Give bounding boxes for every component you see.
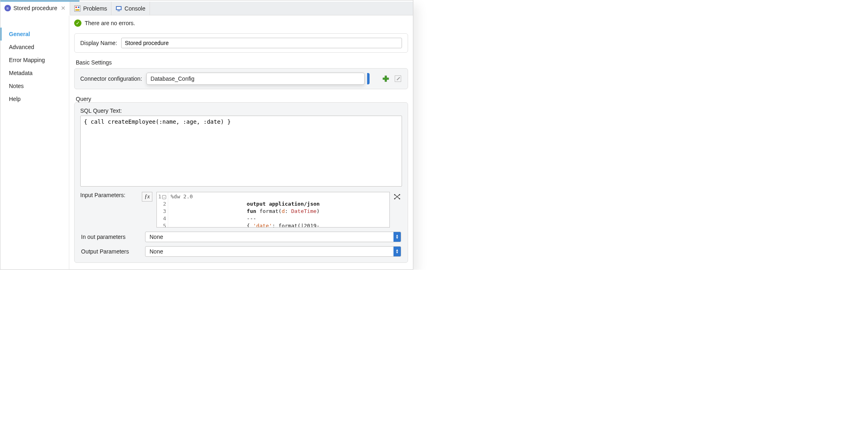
code-content[interactable]: %dw 2.0 output application/json fun form… xyxy=(168,192,389,227)
sidebar-item-notes[interactable]: Notes xyxy=(0,79,69,92)
tab-console[interactable]: Console xyxy=(111,2,150,15)
database-icon: ≡ xyxy=(4,5,11,11)
connector-config-value: Database_Config xyxy=(151,75,195,82)
in-out-parameters-value: None xyxy=(150,234,163,240)
tab-label: Stored procedure xyxy=(13,5,57,11)
output-parameters-select[interactable]: None ▲▼ xyxy=(145,246,401,257)
close-icon[interactable]: ✕ xyxy=(61,5,66,11)
sidebar-item-help[interactable]: Help xyxy=(0,92,69,105)
input-parameters-label: Input Parameters: xyxy=(80,192,138,198)
output-parameters-value: None xyxy=(150,248,163,255)
select-handle[interactable] xyxy=(367,73,370,84)
sidebar-item-metadata[interactable]: Metadata xyxy=(0,67,69,79)
svg-rect-8 xyxy=(383,78,389,79)
tab-problems[interactable]: Problems xyxy=(70,2,111,15)
tab-stored-procedure[interactable]: ≡ Stored procedure ✕ xyxy=(0,2,70,15)
chevron-up-down-icon: ▲▼ xyxy=(393,247,401,256)
basic-settings-title: Basic Settings xyxy=(69,55,413,66)
tab-label: Console xyxy=(124,5,145,12)
sidebar-item-general[interactable]: General xyxy=(0,28,69,41)
plus-icon xyxy=(383,75,389,82)
add-config-button[interactable] xyxy=(382,75,390,83)
svg-rect-3 xyxy=(75,9,79,11)
status-bar: ✓ There are no errors. xyxy=(69,15,413,31)
sidebar-item-error-mapping[interactable]: Error Mapping xyxy=(0,54,69,67)
svg-rect-5 xyxy=(117,7,121,9)
in-out-parameters-label: In out parameters xyxy=(81,234,139,240)
status-message: There are no errors. xyxy=(85,20,135,26)
console-icon xyxy=(115,5,122,12)
connector-config-label: Connector configuration: xyxy=(80,75,142,82)
edit-config-button[interactable] xyxy=(394,75,402,83)
output-parameters-label: Output Parameters xyxy=(81,248,139,255)
check-icon: ✓ xyxy=(74,19,81,27)
fold-icon[interactable]: - xyxy=(162,195,166,199)
svg-rect-6 xyxy=(118,11,120,11)
sql-query-label: SQL Query Text: xyxy=(80,107,402,116)
display-name-input[interactable] xyxy=(121,38,402,48)
svg-point-1 xyxy=(75,6,77,8)
query-title: Query xyxy=(69,92,413,102)
map-button[interactable] xyxy=(392,192,402,202)
display-name-label: Display Name: xyxy=(80,40,117,46)
edit-icon xyxy=(395,75,401,82)
fx-button[interactable]: ƒx xyxy=(142,192,152,202)
problems-icon xyxy=(74,5,81,12)
tab-label: Problems xyxy=(83,5,107,12)
line-gutter: 1- 2345 xyxy=(157,192,168,227)
connector-config-select[interactable]: Database_Config xyxy=(146,73,365,85)
sidebar: General Advanced Error Mapping Metadata … xyxy=(0,15,69,269)
svg-point-2 xyxy=(78,6,79,8)
tab-bar: ≡ Stored procedure ✕ Problems Console xyxy=(0,2,413,15)
sidebar-item-advanced[interactable]: Advanced xyxy=(0,41,69,54)
input-parameters-editor[interactable]: 1- 2345 %dw 2.0 output application/json … xyxy=(156,192,390,228)
sql-query-text[interactable] xyxy=(80,116,402,187)
map-icon xyxy=(393,193,401,200)
chevron-up-down-icon: ▲▼ xyxy=(393,232,401,242)
in-out-parameters-select[interactable]: None ▲▼ xyxy=(145,232,401,242)
